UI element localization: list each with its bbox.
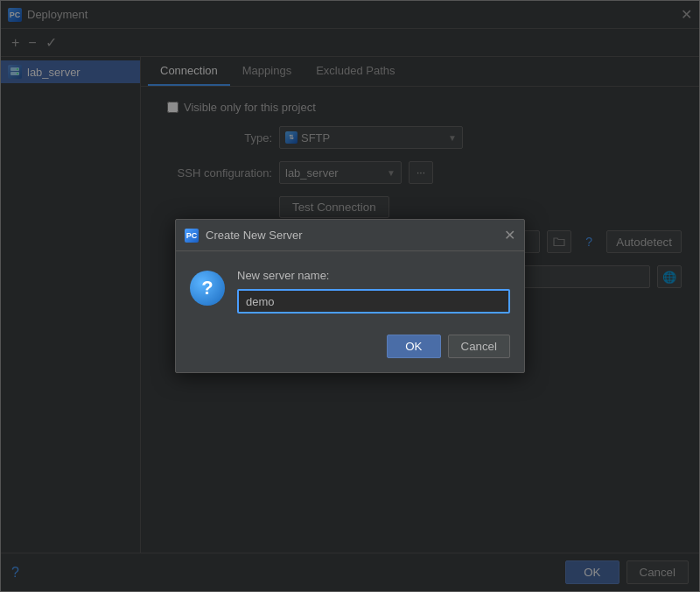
- dialog-title-left: PC Create New Server: [185, 229, 303, 243]
- dialog-cancel-button[interactable]: Cancel: [448, 335, 511, 358]
- question-icon: ?: [190, 271, 225, 306]
- dialog-content: New server name:: [237, 269, 510, 314]
- new-server-name-input[interactable]: [237, 289, 510, 314]
- dialog-ok-button[interactable]: OK: [387, 335, 440, 358]
- dialog-app-icon: PC: [185, 229, 199, 243]
- dialog-footer: OK Cancel: [176, 328, 524, 372]
- dialog-label: New server name:: [237, 269, 510, 282]
- main-window: PC Deployment ✕ + − ✓ lab_ser: [0, 0, 700, 592]
- dialog-title-bar: PC Create New Server ✕: [176, 220, 524, 251]
- dialog-overlay: PC Create New Server ✕ ? New server name…: [1, 1, 699, 591]
- create-server-dialog: PC Create New Server ✕ ? New server name…: [175, 219, 525, 373]
- dialog-close-button[interactable]: ✕: [504, 227, 515, 243]
- dialog-title: Create New Server: [206, 229, 303, 242]
- dialog-body: ? New server name:: [176, 251, 524, 328]
